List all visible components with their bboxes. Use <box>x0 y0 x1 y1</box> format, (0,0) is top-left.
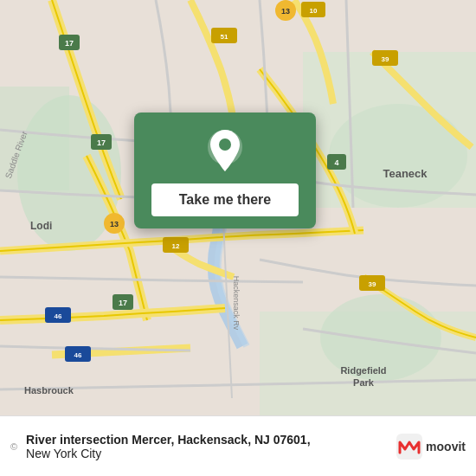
moovit-logo: moovit <box>396 434 466 460</box>
svg-text:10: 10 <box>310 7 318 15</box>
svg-text:46: 46 <box>74 351 82 359</box>
svg-text:39: 39 <box>369 280 376 288</box>
svg-text:17: 17 <box>97 138 106 147</box>
svg-text:12: 12 <box>172 242 180 250</box>
svg-text:51: 51 <box>221 33 228 41</box>
address-block: River intersection Mercer, Hackensack, N… <box>26 433 388 460</box>
svg-text:Hasbrouck: Hasbrouck <box>24 385 74 396</box>
svg-text:Hackensack Rv: Hackensack Rv <box>232 276 241 331</box>
svg-text:Ridgefield: Ridgefield <box>340 365 386 376</box>
copyright-icon: © <box>10 441 17 452</box>
take-me-there-button[interactable]: Take me there <box>151 183 299 216</box>
address-line2: New York City <box>26 447 388 460</box>
address-line1: River intersection Mercer, Hackensack, N… <box>26 433 388 447</box>
svg-point-41 <box>219 138 231 151</box>
svg-text:Park: Park <box>353 377 375 388</box>
svg-text:46: 46 <box>55 312 62 320</box>
location-pin-icon <box>206 128 244 175</box>
svg-text:13: 13 <box>110 220 119 228</box>
svg-text:17: 17 <box>119 299 127 307</box>
map-container: 17 17 17 4 51 12 39 39 10 13 13 46 46 <box>0 0 476 415</box>
svg-text:Teaneck: Teaneck <box>383 167 428 180</box>
moovit-label: moovit <box>426 440 466 453</box>
moovit-icon <box>396 434 422 460</box>
svg-text:Lodi: Lodi <box>30 220 52 232</box>
svg-text:13: 13 <box>281 7 290 16</box>
cta-card: Take me there <box>134 113 316 228</box>
svg-text:39: 39 <box>382 55 389 63</box>
svg-text:4: 4 <box>334 158 338 167</box>
svg-text:17: 17 <box>65 39 74 48</box>
bottom-bar: © River intersection Mercer, Hackensack,… <box>0 415 476 476</box>
